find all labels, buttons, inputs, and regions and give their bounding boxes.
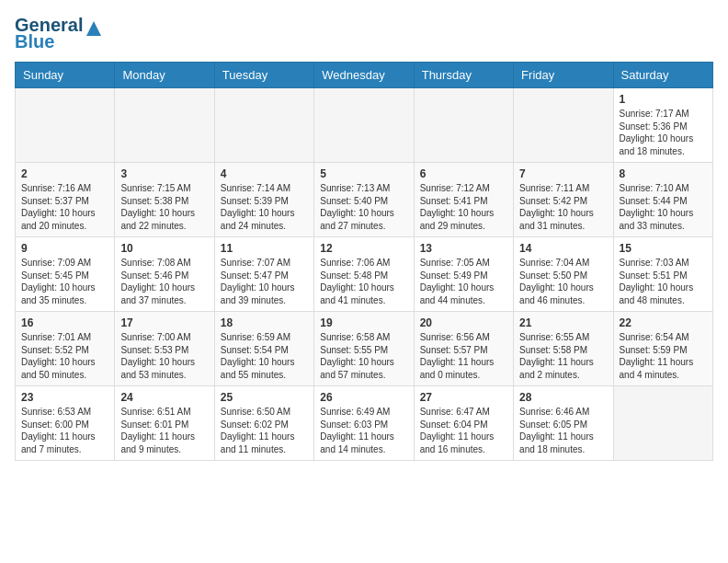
day-number: 14	[519, 242, 607, 255]
day-number: 21	[519, 316, 607, 329]
day-number: 15	[620, 242, 707, 255]
day-info: Sunrise: 6:55 AM Sunset: 5:58 PM Dayligh…	[519, 331, 607, 381]
day-info: Sunrise: 6:59 AM Sunset: 5:54 PM Dayligh…	[221, 331, 308, 381]
day-info: Sunrise: 6:47 AM Sunset: 6:04 PM Dayligh…	[420, 406, 507, 455]
calendar-day-cell: 25Sunrise: 6:50 AM Sunset: 6:02 PM Dayli…	[214, 386, 313, 461]
day-info: Sunrise: 7:16 AM Sunset: 5:37 PM Dayligh…	[21, 182, 108, 232]
day-info: Sunrise: 6:53 AM Sunset: 6:00 PM Dayligh…	[21, 406, 108, 455]
day-info: Sunrise: 7:09 AM Sunset: 5:45 PM Dayligh…	[21, 257, 108, 306]
day-info: Sunrise: 7:12 AM Sunset: 5:41 PM Dayligh…	[420, 182, 507, 232]
day-number: 10	[120, 242, 208, 255]
day-number: 13	[420, 242, 507, 255]
day-number: 1	[620, 93, 707, 106]
calendar-day-cell: 2Sunrise: 7:16 AM Sunset: 5:37 PM Daylig…	[16, 163, 115, 237]
calendar-week-row: 1Sunrise: 7:17 AM Sunset: 5:36 PM Daylig…	[16, 88, 713, 163]
day-info: Sunrise: 7:05 AM Sunset: 5:49 PM Dayligh…	[420, 257, 507, 306]
day-number: 5	[320, 167, 407, 180]
calendar-day-cell: 21Sunrise: 6:55 AM Sunset: 5:58 PM Dayli…	[514, 312, 613, 386]
calendar-day-cell: 28Sunrise: 6:46 AM Sunset: 6:05 PM Dayli…	[514, 386, 613, 461]
calendar-day-cell: 1Sunrise: 7:17 AM Sunset: 5:36 PM Daylig…	[613, 88, 712, 163]
calendar-day-cell	[115, 88, 214, 163]
calendar-day-cell: 18Sunrise: 6:59 AM Sunset: 5:54 PM Dayli…	[214, 312, 313, 386]
day-number: 16	[21, 316, 108, 329]
day-number: 11	[221, 242, 308, 255]
calendar-day-cell: 11Sunrise: 7:07 AM Sunset: 5:47 PM Dayli…	[214, 237, 313, 312]
day-info: Sunrise: 6:56 AM Sunset: 5:57 PM Dayligh…	[420, 331, 507, 381]
weekday-header-row: SundayMondayTuesdayWednesdayThursdayFrid…	[16, 63, 713, 88]
weekday-header-cell: Sunday	[16, 63, 115, 88]
calendar-table: SundayMondayTuesdayWednesdayThursdayFrid…	[15, 62, 713, 461]
logo: General Blue	[15, 15, 99, 52]
weekday-header-cell: Wednesday	[314, 63, 414, 88]
calendar-day-cell: 20Sunrise: 6:56 AM Sunset: 5:57 PM Dayli…	[414, 312, 513, 386]
day-number: 7	[519, 167, 607, 180]
day-number: 20	[420, 316, 507, 329]
day-info: Sunrise: 6:46 AM Sunset: 6:05 PM Dayligh…	[519, 406, 607, 455]
calendar-day-cell	[314, 88, 414, 163]
day-info: Sunrise: 7:15 AM Sunset: 5:38 PM Dayligh…	[120, 182, 208, 232]
day-info: Sunrise: 6:50 AM Sunset: 6:02 PM Dayligh…	[221, 406, 308, 455]
day-info: Sunrise: 7:10 AM Sunset: 5:44 PM Dayligh…	[620, 182, 707, 232]
day-number: 23	[21, 391, 108, 404]
day-info: Sunrise: 6:51 AM Sunset: 6:01 PM Dayligh…	[120, 406, 208, 455]
calendar-day-cell	[16, 88, 115, 163]
day-info: Sunrise: 7:00 AM Sunset: 5:53 PM Dayligh…	[120, 331, 208, 381]
day-info: Sunrise: 7:04 AM Sunset: 5:50 PM Dayligh…	[519, 257, 607, 306]
calendar-day-cell: 23Sunrise: 6:53 AM Sunset: 6:00 PM Dayli…	[16, 386, 115, 461]
day-info: Sunrise: 7:07 AM Sunset: 5:47 PM Dayligh…	[221, 257, 308, 306]
day-info: Sunrise: 7:03 AM Sunset: 5:51 PM Dayligh…	[620, 257, 707, 306]
day-number: 18	[221, 316, 308, 329]
day-number: 17	[120, 316, 208, 329]
calendar-day-cell: 7Sunrise: 7:11 AM Sunset: 5:42 PM Daylig…	[514, 163, 613, 237]
day-number: 26	[320, 391, 407, 404]
calendar-day-cell: 6Sunrise: 7:12 AM Sunset: 5:41 PM Daylig…	[414, 163, 513, 237]
day-number: 3	[120, 167, 208, 180]
calendar-day-cell: 15Sunrise: 7:03 AM Sunset: 5:51 PM Dayli…	[613, 237, 712, 312]
calendar-day-cell: 4Sunrise: 7:14 AM Sunset: 5:39 PM Daylig…	[214, 163, 313, 237]
weekday-header-cell: Tuesday	[214, 63, 313, 88]
day-info: Sunrise: 7:17 AM Sunset: 5:36 PM Dayligh…	[620, 108, 707, 157]
weekday-header-cell: Thursday	[414, 63, 513, 88]
calendar-day-cell: 13Sunrise: 7:05 AM Sunset: 5:49 PM Dayli…	[414, 237, 513, 312]
day-info: Sunrise: 7:13 AM Sunset: 5:40 PM Dayligh…	[320, 182, 407, 232]
calendar-week-row: 2Sunrise: 7:16 AM Sunset: 5:37 PM Daylig…	[16, 163, 713, 237]
day-info: Sunrise: 6:58 AM Sunset: 5:55 PM Dayligh…	[320, 331, 407, 381]
calendar-day-cell: 27Sunrise: 6:47 AM Sunset: 6:04 PM Dayli…	[414, 386, 513, 461]
calendar-day-cell: 5Sunrise: 7:13 AM Sunset: 5:40 PM Daylig…	[314, 163, 414, 237]
day-info: Sunrise: 7:01 AM Sunset: 5:52 PM Dayligh…	[21, 331, 108, 381]
day-number: 25	[221, 391, 308, 404]
calendar-day-cell	[414, 88, 513, 163]
calendar-day-cell: 26Sunrise: 6:49 AM Sunset: 6:03 PM Dayli…	[314, 386, 414, 461]
calendar-day-cell: 16Sunrise: 7:01 AM Sunset: 5:52 PM Dayli…	[16, 312, 115, 386]
day-info: Sunrise: 7:08 AM Sunset: 5:46 PM Dayligh…	[120, 257, 208, 306]
calendar-week-row: 16Sunrise: 7:01 AM Sunset: 5:52 PM Dayli…	[16, 312, 713, 386]
calendar-day-cell: 8Sunrise: 7:10 AM Sunset: 5:44 PM Daylig…	[613, 163, 712, 237]
day-number: 22	[620, 316, 707, 329]
weekday-header-cell: Friday	[514, 63, 613, 88]
svg-marker-0	[86, 21, 101, 36]
calendar-day-cell: 14Sunrise: 7:04 AM Sunset: 5:50 PM Dayli…	[514, 237, 613, 312]
calendar-day-cell: 9Sunrise: 7:09 AM Sunset: 5:45 PM Daylig…	[16, 237, 115, 312]
calendar-day-cell	[514, 88, 613, 163]
day-info: Sunrise: 7:14 AM Sunset: 5:39 PM Dayligh…	[221, 182, 308, 232]
calendar-week-row: 23Sunrise: 6:53 AM Sunset: 6:00 PM Dayli…	[16, 386, 713, 461]
day-number: 28	[519, 391, 607, 404]
day-number: 8	[620, 167, 707, 180]
calendar-day-cell: 17Sunrise: 7:00 AM Sunset: 5:53 PM Dayli…	[115, 312, 214, 386]
calendar-day-cell: 10Sunrise: 7:08 AM Sunset: 5:46 PM Dayli…	[115, 237, 214, 312]
day-number: 27	[420, 391, 507, 404]
calendar-day-cell: 12Sunrise: 7:06 AM Sunset: 5:48 PM Dayli…	[314, 237, 414, 312]
day-number: 4	[221, 167, 308, 180]
day-number: 6	[420, 167, 507, 180]
day-info: Sunrise: 6:54 AM Sunset: 5:59 PM Dayligh…	[620, 331, 707, 381]
day-number: 2	[21, 167, 108, 180]
calendar-day-cell: 3Sunrise: 7:15 AM Sunset: 5:38 PM Daylig…	[115, 163, 214, 237]
calendar-day-cell	[214, 88, 313, 163]
calendar-day-cell	[613, 386, 712, 461]
calendar-day-cell: 24Sunrise: 6:51 AM Sunset: 6:01 PM Dayli…	[115, 386, 214, 461]
day-info: Sunrise: 7:06 AM Sunset: 5:48 PM Dayligh…	[320, 257, 407, 306]
weekday-header-cell: Monday	[115, 63, 214, 88]
calendar-body: 1Sunrise: 7:17 AM Sunset: 5:36 PM Daylig…	[16, 88, 713, 461]
header: General Blue	[15, 15, 713, 52]
calendar-week-row: 9Sunrise: 7:09 AM Sunset: 5:45 PM Daylig…	[16, 237, 713, 312]
